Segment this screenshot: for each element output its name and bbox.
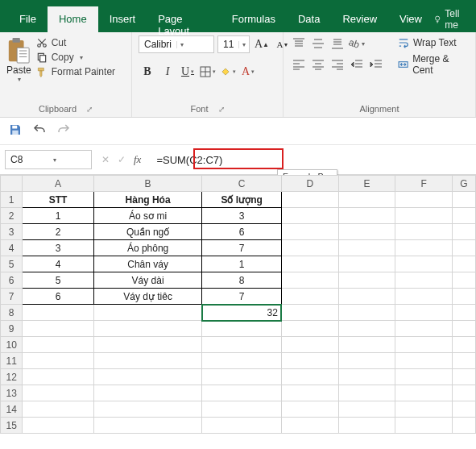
row-header[interactable]: 5 [1, 256, 23, 272]
cell[interactable] [281, 256, 338, 272]
col-header-D[interactable]: D [281, 176, 338, 192]
cell[interactable] [281, 337, 338, 353]
cell[interactable]: Hàng Hóa [93, 192, 202, 208]
row-header[interactable]: 15 [1, 418, 23, 434]
insert-function-button[interactable]: fx [134, 153, 141, 166]
cell[interactable] [395, 353, 453, 369]
row-header[interactable]: 12 [1, 369, 23, 385]
cell[interactable]: 1 [23, 208, 94, 224]
cell[interactable]: 32 [202, 305, 282, 321]
row-header[interactable]: 8 [1, 305, 23, 321]
dialog-launcher-icon[interactable]: ⤢ [218, 105, 225, 114]
borders-button[interactable]: ▾ [199, 63, 217, 81]
cell[interactable] [281, 369, 338, 385]
tell-me[interactable]: Tell me [433, 6, 476, 32]
row-header[interactable]: 1 [1, 192, 23, 208]
cell[interactable] [395, 305, 453, 321]
cell[interactable] [395, 321, 453, 337]
cell[interactable] [452, 208, 475, 224]
col-header-A[interactable]: A [23, 176, 94, 192]
cell[interactable] [202, 321, 282, 337]
merge-center-button[interactable]: Merge & Cent [398, 53, 469, 76]
cell[interactable]: 4 [23, 256, 94, 272]
cell[interactable] [338, 256, 395, 272]
cell[interactable] [93, 401, 202, 418]
align-left-button[interactable] [290, 56, 308, 73]
cell[interactable]: 5 [23, 272, 94, 289]
tab-review[interactable]: Review [331, 6, 388, 32]
dialog-launcher-icon[interactable]: ⤢ [86, 105, 93, 114]
bold-button[interactable]: B [139, 63, 156, 81]
cell[interactable] [338, 418, 395, 434]
italic-button[interactable]: I [159, 63, 176, 81]
undo-button[interactable] [32, 123, 47, 139]
cell[interactable] [281, 385, 338, 401]
cell[interactable] [452, 401, 475, 418]
cell[interactable] [395, 208, 453, 224]
cell[interactable]: 7 [202, 240, 282, 256]
align-middle-button[interactable] [309, 35, 327, 52]
cell[interactable] [93, 353, 202, 369]
cell[interactable] [338, 240, 395, 256]
grow-font-button[interactable]: A▲ [253, 35, 271, 53]
col-header-F[interactable]: F [395, 176, 453, 192]
formula-input[interactable]: =SUM(C2:C7) [151, 150, 471, 169]
cell[interactable] [281, 418, 338, 434]
cell[interactable] [281, 353, 338, 369]
cell[interactable] [395, 401, 453, 418]
select-all-corner[interactable] [1, 176, 23, 192]
tab-view[interactable]: View [388, 6, 433, 32]
cell[interactable] [202, 385, 282, 401]
cell[interactable] [395, 192, 453, 208]
cell[interactable] [23, 321, 94, 337]
cell[interactable] [452, 224, 475, 240]
cell[interactable] [281, 305, 338, 321]
cell[interactable] [338, 337, 395, 353]
cell[interactable] [23, 369, 94, 385]
row-header[interactable]: 10 [1, 337, 23, 353]
cell[interactable]: 8 [202, 272, 282, 289]
row-header[interactable]: 11 [1, 353, 23, 369]
cell[interactable] [281, 272, 338, 289]
cell[interactable] [395, 240, 453, 256]
col-header-E[interactable]: E [338, 176, 395, 192]
cell[interactable] [23, 337, 94, 353]
save-button[interactable] [8, 123, 23, 139]
cell[interactable] [93, 321, 202, 337]
cell[interactable] [23, 401, 94, 418]
cell[interactable]: Váy dài [93, 272, 202, 289]
cell[interactable]: STT [23, 192, 94, 208]
cell[interactable] [395, 418, 453, 434]
cell[interactable] [281, 401, 338, 418]
cell[interactable] [338, 369, 395, 385]
cell[interactable]: 6 [202, 224, 282, 240]
cell[interactable] [338, 305, 395, 321]
tab-data[interactable]: Data [287, 6, 331, 32]
row-header[interactable]: 3 [1, 224, 23, 240]
cell[interactable] [338, 208, 395, 224]
cell[interactable] [395, 385, 453, 401]
cell[interactable] [93, 369, 202, 385]
cell[interactable] [23, 385, 94, 401]
cell[interactable] [395, 224, 453, 240]
row-header[interactable]: 2 [1, 208, 23, 224]
cell[interactable]: Số lượng [202, 192, 282, 208]
cell[interactable] [202, 353, 282, 369]
cell[interactable] [338, 401, 395, 418]
cell[interactable] [23, 305, 94, 321]
cell[interactable] [452, 353, 475, 369]
cell[interactable] [202, 418, 282, 434]
font-size-combo[interactable]: 11▾ [217, 35, 250, 53]
name-box[interactable]: C8 ▾ [5, 150, 92, 169]
tab-formulas[interactable]: Formulas [221, 6, 287, 32]
cell[interactable] [395, 289, 453, 305]
cell[interactable] [281, 224, 338, 240]
cell[interactable]: 7 [202, 289, 282, 305]
cell[interactable] [452, 369, 475, 385]
cell[interactable]: Chân váy [93, 256, 202, 272]
row-header[interactable]: 13 [1, 385, 23, 401]
cell[interactable] [338, 385, 395, 401]
cell[interactable]: 3 [202, 208, 282, 224]
wrap-text-button[interactable]: Wrap Text [398, 37, 469, 48]
cell[interactable] [202, 337, 282, 353]
